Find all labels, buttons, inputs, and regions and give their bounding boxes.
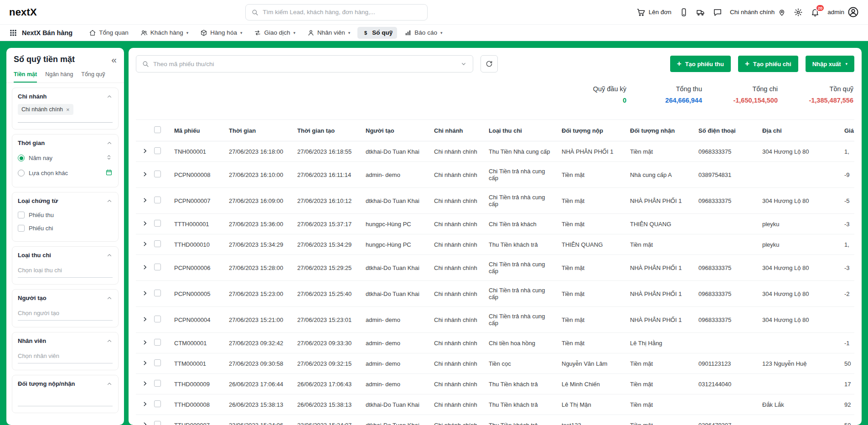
cell-thoi-gian: 27/06/2023 09:32:42 — [229, 333, 297, 353]
col-header-doi-tuong-nhan[interactable]: Đối tượng nhận — [630, 120, 698, 141]
col-header-nguoi-tao[interactable]: Người tạo — [366, 120, 434, 141]
expand-row-icon[interactable] — [142, 421, 148, 425]
apps-grid-icon[interactable] — [9, 29, 17, 37]
col-header-thoi-gian-tao[interactable]: Thời gian tạo — [297, 120, 366, 141]
nav-item-so-quy[interactable]: $Sổ quỹ — [357, 27, 397, 39]
filter-section-header[interactable]: Thời gian — [18, 140, 113, 146]
col-header-chi-nhanh[interactable]: Chi nhánh — [434, 120, 489, 141]
tab-tien-mat[interactable]: Tiền mặt — [14, 67, 37, 83]
nav-item-label: Khách hàng — [150, 29, 183, 36]
create-order-button[interactable]: Lên đơn — [636, 8, 672, 17]
user-menu[interactable]: admin — [827, 6, 859, 18]
create-receipt-button[interactable]: + Tạo phiếu thu — [670, 56, 731, 72]
filter-underline-input[interactable] — [18, 122, 113, 123]
filter-section-header[interactable]: Nhân viên — [18, 337, 113, 344]
import-export-button[interactable]: Nhập xuất ▾ — [806, 56, 854, 72]
ledger-search-select[interactable] — [136, 55, 473, 73]
expand-row-icon[interactable] — [142, 171, 148, 177]
cell-doi-tuong-nhan: Lê Thị Hằng — [630, 333, 698, 353]
expand-row-icon[interactable] — [142, 316, 148, 322]
expand-row-icon[interactable] — [142, 401, 148, 407]
calendar-icon[interactable] — [105, 169, 113, 176]
filter-section-header[interactable]: Người tạo — [18, 295, 113, 301]
branch-selector[interactable]: Chi nhánh chính — [730, 8, 786, 16]
stepper-icon[interactable] — [105, 154, 113, 161]
col-header-doi-tuong-nop[interactable]: Đối tượng nộp — [562, 120, 630, 141]
cell-doi-tuong-nop: Tiền mặt — [562, 255, 630, 281]
row-checkbox[interactable] — [154, 171, 161, 177]
radio[interactable] — [18, 155, 25, 161]
tab-tong-quy[interactable]: Tổng quỹ — [81, 67, 105, 83]
settings-button[interactable] — [794, 8, 803, 17]
col-header-dia-chi[interactable]: Địa chỉ — [762, 120, 844, 141]
notifications-button[interactable]: 20 — [811, 8, 820, 17]
filter-chip[interactable]: Chi nhánh chính× — [18, 104, 73, 115]
ledger-search-input[interactable] — [153, 61, 456, 67]
radio[interactable] — [18, 170, 25, 176]
row-checkbox[interactable] — [154, 339, 161, 346]
collapse-sidebar-icon[interactable]: « — [111, 55, 117, 64]
refresh-button[interactable] — [480, 55, 498, 73]
mobile-app-button[interactable] — [679, 8, 688, 17]
stat-value: -1,385,487,556 — [804, 97, 853, 104]
tab-ngan-hang[interactable]: Ngân hàng — [45, 67, 73, 83]
filter-section-header[interactable]: Chi nhánh — [18, 93, 113, 100]
chevron-down-icon[interactable] — [460, 60, 467, 67]
filter-section-header[interactable]: Loại thu chi — [18, 252, 113, 259]
cell-gia-tri: -2 — [844, 281, 854, 307]
checkbox[interactable] — [18, 225, 25, 232]
nav-item-tong-quan[interactable]: Tổng quan — [84, 27, 133, 39]
row-checkbox[interactable] — [154, 400, 161, 407]
col-header-gia-tri[interactable]: Giá trị — [844, 120, 854, 141]
row-checkbox[interactable] — [154, 240, 161, 247]
global-search-input[interactable] — [263, 9, 422, 16]
cell-doi-tuong-nop: Tiền mặt — [562, 307, 630, 333]
row-checkbox[interactable] — [154, 220, 161, 227]
row-checkbox[interactable] — [154, 290, 161, 296]
row-checkbox[interactable] — [154, 359, 161, 366]
row-checkbox[interactable] — [154, 380, 161, 387]
row-checkbox[interactable] — [154, 421, 161, 425]
shipping-button[interactable] — [696, 8, 705, 17]
expand-row-icon[interactable] — [142, 360, 148, 366]
global-search[interactable] — [245, 4, 428, 21]
col-header-thoi-gian[interactable]: Thời gian — [229, 120, 297, 141]
row-checkbox[interactable] — [154, 316, 161, 322]
expand-row-icon[interactable] — [142, 220, 148, 227]
row-checkbox[interactable] — [154, 147, 161, 154]
filter-section-header[interactable]: Đối tượng nộp/nhận — [18, 380, 113, 387]
expand-row-icon[interactable] — [142, 380, 148, 387]
col-header-ma-phieu[interactable]: Mã phiếu — [174, 120, 229, 141]
nav-item-nhan-vien[interactable]: Nhân viên▾ — [303, 27, 355, 39]
chat-button[interactable] — [713, 8, 722, 17]
row-checkbox[interactable] — [154, 264, 161, 270]
expand-row-icon[interactable] — [142, 264, 148, 270]
close-icon[interactable]: × — [66, 107, 70, 113]
app-logo[interactable]: nextX — [9, 6, 37, 18]
select-all-checkbox[interactable] — [154, 126, 161, 133]
nav-item-khach-hang[interactable]: Khách hàng▾ — [136, 27, 193, 39]
filter-select[interactable] — [18, 391, 113, 406]
filter-select[interactable]: Chọn nhân viên — [18, 348, 113, 363]
nav-item-hang-hoa[interactable]: Hàng hóa▾ — [196, 27, 247, 39]
cell-loai-thu-chi: Chi Tiền trả nhà cung cấp — [489, 162, 562, 188]
filter-select[interactable]: Chọn loại thu chi — [18, 263, 113, 278]
filter-select[interactable]: Chọn người tạo — [18, 306, 113, 321]
create-payment-label: Tạo phiếu chi — [753, 61, 791, 67]
nav-item-bao-cao[interactable]: Báo cáo▾ — [400, 27, 447, 39]
checkbox[interactable] — [18, 212, 25, 218]
expand-row-icon[interactable] — [142, 197, 148, 203]
cell-so-dien-thoai: 0396479307 — [698, 415, 762, 425]
col-header-loai-thu-chi[interactable]: Loại thu chi — [489, 120, 562, 141]
cell-nguoi-tao: dtkhai-Do Tuan Khai — [366, 394, 434, 415]
expand-row-icon[interactable] — [142, 339, 148, 346]
expand-row-icon[interactable] — [142, 290, 148, 296]
col-header-so-dien-thoai[interactable]: Số điện thoại — [698, 120, 762, 141]
expand-row-icon[interactable] — [142, 148, 148, 154]
filter-section-title: Thời gian — [18, 140, 45, 146]
nav-item-giao-dich[interactable]: Giao dịch▾ — [249, 27, 300, 39]
filter-section-header[interactable]: Loại chứng từ — [18, 197, 113, 204]
row-checkbox[interactable] — [154, 197, 161, 203]
expand-row-icon[interactable] — [142, 241, 148, 247]
create-payment-button[interactable]: + Tạo phiếu chi — [738, 56, 798, 72]
